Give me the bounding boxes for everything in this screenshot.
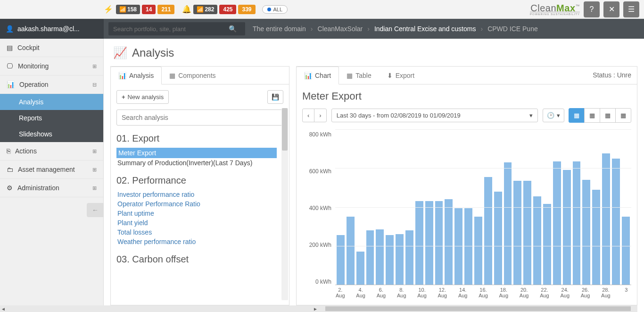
- item-meter-export[interactable]: Meter Export: [116, 148, 277, 158]
- badge-red-2[interactable]: 425: [219, 5, 236, 14]
- download-icon: ⬇: [387, 72, 393, 79]
- topbar-center: ⚡ 📶 158 14 211 🔔 📶 282 425 339 ALL: [104, 5, 530, 14]
- nav-cockpit[interactable]: ▤ Cockpit: [0, 39, 103, 57]
- user-cell[interactable]: 👤 aakash.sharma@cl...: [0, 19, 104, 39]
- badge-red-1[interactable]: 14: [142, 5, 156, 14]
- tab-export[interactable]: ⬇ Export: [380, 67, 422, 84]
- bar[interactable]: [376, 229, 384, 285]
- chart-panel-body: Meter Export ‹ › Last 30 days - from 02/…: [297, 84, 637, 305]
- x-tick: 4. Aug: [355, 285, 366, 299]
- item-plant-yield[interactable]: Plant yield: [116, 218, 277, 228]
- tab-table[interactable]: ▦ Table: [339, 67, 379, 84]
- crumb-cpwd[interactable]: CPWD ICE Pune: [487, 25, 538, 33]
- tab-chart[interactable]: 📊 Chart: [297, 67, 339, 84]
- x-tick: 16.Aug: [478, 285, 488, 299]
- nav-sub-reports[interactable]: Reports: [0, 110, 103, 126]
- bar[interactable]: [435, 201, 443, 285]
- bar[interactable]: [337, 235, 345, 285]
- collapse-sidebar-button[interactable]: ←: [87, 203, 104, 217]
- save-button[interactable]: 💾: [267, 90, 283, 104]
- x-tick: 14.Aug: [458, 285, 468, 299]
- nav-sub-analysis[interactable]: Analysis: [0, 94, 103, 110]
- bar[interactable]: [582, 180, 590, 285]
- scroll-thumb[interactable]: [282, 108, 288, 151]
- bar[interactable]: [622, 217, 630, 285]
- search-analysis-input[interactable]: [116, 110, 283, 126]
- bar[interactable]: [504, 162, 512, 285]
- crumb-solar[interactable]: CleanMaxSolar: [318, 25, 363, 33]
- range-dropdown[interactable]: Last 30 days - from 02/08/2019 to 01/09/…: [331, 109, 538, 122]
- badge-orange-2[interactable]: 339: [238, 5, 255, 14]
- monitor-icon: 🖵: [7, 62, 13, 70]
- bar[interactable]: [484, 177, 492, 285]
- view-week-button[interactable]: ▦: [584, 108, 600, 123]
- bar[interactable]: [454, 208, 462, 285]
- bar[interactable]: [445, 199, 453, 285]
- view-month-button[interactable]: ▦: [600, 108, 616, 123]
- scrollbar[interactable]: [281, 108, 288, 300]
- bar[interactable]: [573, 161, 581, 285]
- nav-monitoring[interactable]: 🖵 Monitoring ⊞: [0, 57, 103, 76]
- analysis-panel-body: + New analysis 💾 01. Export Meter Export: [111, 84, 289, 305]
- bar[interactable]: [494, 192, 502, 285]
- badge-orange-1[interactable]: 211: [157, 5, 174, 14]
- bar[interactable]: [415, 201, 423, 285]
- bar[interactable]: [356, 252, 364, 285]
- next-period-button[interactable]: ›: [314, 109, 326, 122]
- bell-rss-badge[interactable]: 📶 282: [193, 5, 217, 14]
- item-investor-pr[interactable]: Investor performance ratio: [116, 190, 277, 199]
- nav-actions[interactable]: ⎘ Actions ⊞: [0, 142, 103, 160]
- bar[interactable]: [366, 230, 374, 285]
- bar[interactable]: [474, 217, 482, 285]
- bar[interactable]: [347, 217, 355, 285]
- range-label: Last 30 days - from 02/08/2019 to 01/09/…: [337, 112, 461, 119]
- fullscreen-button[interactable]: ✕: [603, 1, 619, 17]
- time-preset-button[interactable]: 🕑 ▾: [543, 109, 564, 122]
- tab-analysis[interactable]: 📊 Analysis: [111, 67, 162, 84]
- bar[interactable]: [612, 159, 620, 285]
- item-total-losses[interactable]: Total losses: [116, 228, 277, 237]
- bar[interactable]: [513, 181, 521, 285]
- horizontal-scrollbar[interactable]: ◄ ►: [0, 305, 637, 312]
- view-year-button[interactable]: ▦: [615, 108, 631, 123]
- all-filter-pill[interactable]: ALL: [262, 5, 288, 14]
- x-tick: [550, 285, 560, 299]
- item-weather-pr[interactable]: Weather performance ratio: [116, 237, 277, 246]
- bar[interactable]: [563, 170, 571, 285]
- new-analysis-button[interactable]: + New analysis: [116, 90, 169, 104]
- help-button[interactable]: ?: [584, 1, 600, 17]
- view-day-button[interactable]: ▦: [569, 108, 585, 123]
- bar[interactable]: [396, 234, 404, 285]
- bar[interactable]: [533, 196, 541, 285]
- nav-operation[interactable]: 📊 Operation ⊟: [0, 76, 103, 94]
- menu-button[interactable]: ☰: [623, 1, 639, 17]
- search-icon[interactable]: 🔍: [229, 25, 237, 33]
- item-operator-pr[interactable]: Operator Performance Ratio: [116, 199, 277, 209]
- crumb-domain[interactable]: The entire domain: [253, 25, 306, 33]
- nav-sub-slideshows[interactable]: Slideshows: [0, 126, 103, 142]
- rss-power-badge[interactable]: 📶 158: [116, 5, 140, 14]
- bar[interactable]: [405, 230, 413, 285]
- time-dropdown-wrap: 🕑 ▾: [543, 109, 564, 122]
- rss-icon: 📶: [119, 6, 126, 13]
- bell-rss-count: 282: [205, 6, 214, 13]
- item-plant-uptime[interactable]: Plant uptime: [116, 209, 277, 218]
- bar[interactable]: [553, 161, 561, 285]
- nav-admin[interactable]: ⚙ Administration ⊞: [0, 179, 103, 197]
- bar[interactable]: [464, 208, 472, 285]
- bar[interactable]: [386, 235, 394, 285]
- bar[interactable]: [592, 190, 600, 285]
- bar[interactable]: [425, 201, 433, 285]
- chevron-left-icon: ‹: [307, 112, 309, 119]
- bar[interactable]: [523, 181, 531, 285]
- crumb-excise[interactable]: Indian Central Excise and customs: [374, 25, 476, 33]
- scroll-right-icon: ►: [312, 305, 319, 312]
- bar[interactable]: [543, 204, 551, 285]
- nav-label: Monitoring: [18, 62, 49, 70]
- tab-components[interactable]: ▦ Components: [162, 67, 223, 84]
- prev-period-button[interactable]: ‹: [302, 109, 314, 122]
- bar[interactable]: [602, 153, 610, 285]
- item-summary-production[interactable]: Summary of Production(Inverter)(Last 7 D…: [116, 158, 277, 168]
- portfolio-search-input[interactable]: [108, 22, 245, 35]
- nav-asset[interactable]: 🗀 Asset management ⊞: [0, 160, 103, 179]
